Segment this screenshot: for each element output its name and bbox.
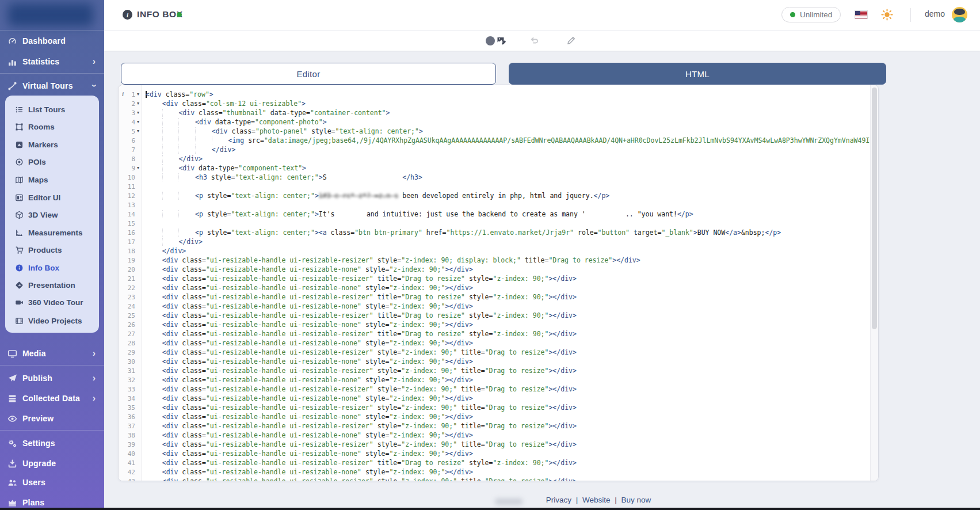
code-line[interactable]: <div class="ui-resizable-handle ui-resiz… bbox=[146, 338, 870, 348]
code-line[interactable]: </div> bbox=[146, 145, 870, 154]
code-line[interactable]: <div class="ui-resizable-handle ui-resiz… bbox=[146, 366, 870, 375]
sidebar-subitem-maps[interactable]: Maps bbox=[5, 172, 99, 187]
code-line[interactable]: <div class="ui-resizable-handle ui-resiz… bbox=[146, 329, 870, 338]
code-line[interactable]: <div class="ui-resizable-handle ui-resiz… bbox=[146, 385, 870, 394]
line-number: 19 bbox=[128, 257, 135, 264]
measurements-icon bbox=[15, 229, 24, 237]
code-line[interactable]: <div class="ui-resizable-handle ui-resiz… bbox=[146, 311, 870, 320]
code-line[interactable]: <div class="ui-resizable-handle ui-resiz… bbox=[146, 292, 870, 302]
code-line[interactable]: <div data-type="component-text"> bbox=[146, 163, 870, 173]
fold-spacer bbox=[135, 302, 141, 311]
code-line[interactable]: <div class="col-sm-12 ui-resizable"> bbox=[146, 99, 870, 108]
footer-link-privacy[interactable]: Privacy bbox=[546, 496, 571, 504]
language-flag-button[interactable] bbox=[855, 11, 867, 18]
code-line[interactable]: <img src="data:image/jpeg;base64,/9j/4QA… bbox=[146, 136, 870, 145]
sidebar-item-statistics[interactable]: Statistics› bbox=[0, 54, 104, 70]
code-line[interactable]: <div class="ui-resizable-handle ui-resiz… bbox=[146, 348, 870, 357]
sidebar-item-users[interactable]: Users bbox=[0, 474, 104, 490]
code-line[interactable]: <div class="ui-resizable-handle ui-resiz… bbox=[146, 458, 870, 467]
code-line[interactable] bbox=[146, 200, 870, 210]
sidebar-subitem-label: Info Box bbox=[28, 264, 59, 272]
code-line[interactable]: <div class="ui-resizable-handle ui-resiz… bbox=[146, 421, 870, 431]
code-line[interactable] bbox=[146, 182, 870, 191]
code-line[interactable]: <h3 style="text-align: center;">S </h3> bbox=[146, 173, 870, 182]
fold-arrow-icon[interactable]: ▾ bbox=[135, 90, 141, 99]
sidebar-subitem-presentation[interactable]: Presentation bbox=[5, 277, 99, 292]
sidebar-item-preview[interactable]: Preview bbox=[0, 410, 104, 427]
sidebar-subitem-list-tours[interactable]: List Tours bbox=[5, 102, 99, 117]
sidebar-subitem-360-video-tour[interactable]: 360 Video Tour bbox=[5, 295, 99, 310]
code-line[interactable]: <div data-type="component-photo"> bbox=[146, 117, 870, 127]
code-line[interactable]: <div class="ui-resizable-handle ui-resiz… bbox=[146, 449, 870, 458]
code-content[interactable]: <div class="row"> <div class="col-sm-12 … bbox=[142, 85, 870, 481]
fold-arrow-icon[interactable]: ▾ bbox=[135, 99, 141, 108]
sidebar-item-settings[interactable]: Settings bbox=[0, 435, 104, 451]
edit-pencil-button[interactable] bbox=[566, 35, 577, 46]
code-line[interactable]: <p style="text-align: center;">1#3 e rc*… bbox=[146, 191, 870, 200]
sidebar-item-collected-data[interactable]: Collected Data› bbox=[0, 390, 104, 406]
code-line[interactable]: <div class="ui-resizable-handle ui-resiz… bbox=[146, 357, 870, 366]
sidebar-subitem-markers[interactable]: Markers bbox=[5, 137, 99, 152]
fold-arrow-icon[interactable]: ▾ bbox=[135, 163, 141, 173]
code-line[interactable]: <div class="ui-resizable-handle ui-resiz… bbox=[146, 375, 870, 385]
color-circle-button[interactable] bbox=[485, 35, 495, 46]
sidebar-subitem-measurements[interactable]: Measurements bbox=[5, 225, 99, 240]
code-line[interactable]: <div class="ui-resizable-handle ui-resiz… bbox=[146, 394, 870, 403]
fold-arrow-icon[interactable]: ▾ bbox=[135, 117, 141, 127]
code-line[interactable]: <div class="ui-resizable-handle ui-resiz… bbox=[146, 274, 870, 283]
code-line[interactable]: <div class="ui-resizable-handle ui-resiz… bbox=[146, 265, 870, 274]
scrollbar-thumb[interactable] bbox=[872, 87, 877, 329]
user-menu[interactable]: demo bbox=[925, 9, 945, 18]
line-number: 41 bbox=[128, 459, 135, 467]
image-edit-button[interactable] bbox=[496, 35, 507, 46]
code-line[interactable]: <div class="ui-resizable-handle ui-resiz… bbox=[146, 320, 870, 329]
tab-html[interactable]: HTML bbox=[509, 63, 886, 85]
fold-arrow-icon[interactable]: ▾ bbox=[135, 127, 141, 136]
theme-sun-button[interactable] bbox=[880, 8, 894, 21]
code-line[interactable]: <p style="text-align: center;"><a class=… bbox=[146, 228, 870, 237]
sidebar-item-dashboard[interactable]: Dashboard bbox=[0, 33, 104, 49]
sidebar-item-upgrade[interactable]: Upgrade bbox=[0, 455, 104, 471]
gutter-row: 37 bbox=[119, 421, 141, 431]
sidebar-item-label: Collected Data bbox=[22, 394, 80, 403]
code-line[interactable]: <div class="ui-resizable-handle ui-resiz… bbox=[146, 283, 870, 292]
code-line[interactable]: <p style="text-align: center;">It's and … bbox=[146, 210, 870, 219]
code-editor[interactable]: i1▾2▾3▾4▾5▾6789▾101112131415161718192021… bbox=[118, 85, 879, 481]
sidebar-subitem-products[interactable]: Products bbox=[5, 242, 99, 257]
code-line[interactable]: <div class="ui-resizable-handle ui-resiz… bbox=[146, 477, 870, 481]
plan-badge[interactable]: Unlimited bbox=[781, 7, 841, 22]
sidebar-subitem-rooms[interactable]: Rooms bbox=[5, 119, 99, 134]
code-line[interactable]: </div> bbox=[146, 154, 870, 163]
editor-scrollbar[interactable] bbox=[870, 85, 878, 481]
code-line[interactable]: <div class="photo-panel" style="text-ali… bbox=[146, 127, 870, 136]
gutter-row: 36 bbox=[119, 412, 141, 421]
sidebar-subitem-editor-ui[interactable]: Editor UI bbox=[5, 190, 99, 205]
code-line[interactable]: <div class="ui-resizable-handle ui-resiz… bbox=[146, 467, 870, 477]
sidebar-subitem-3d-view[interactable]: 3D View bbox=[5, 207, 99, 222]
fold-arrow-icon[interactable]: ▾ bbox=[135, 108, 141, 117]
sidebar-item-media[interactable]: Media› bbox=[0, 345, 104, 361]
code-line[interactable]: <div class="ui-resizable-handle ui-resiz… bbox=[146, 302, 870, 311]
code-line[interactable]: </div> bbox=[146, 246, 870, 256]
footer-link-buy-now[interactable]: Buy now bbox=[621, 496, 651, 504]
code-line[interactable]: <div class="row"> bbox=[146, 90, 870, 99]
sidebar-subitem-pois[interactable]: POIs bbox=[5, 154, 99, 169]
code-line[interactable]: <div class="ui-resizable-handle ui-resiz… bbox=[146, 403, 870, 412]
footer-link-website[interactable]: Website bbox=[582, 496, 611, 504]
line-number: 26 bbox=[128, 321, 135, 329]
code-line[interactable]: </div> bbox=[146, 237, 870, 246]
sidebar-item-publish[interactable]: Publish› bbox=[0, 370, 104, 386]
code-line[interactable] bbox=[146, 219, 870, 228]
undo-button[interactable] bbox=[529, 35, 540, 46]
tab-editor[interactable]: Editor bbox=[121, 63, 496, 85]
sidebar-subitem-info-box[interactable]: Info Box bbox=[5, 260, 99, 275]
list-tours-icon bbox=[15, 105, 24, 114]
sidebar-subitem-video-projects[interactable]: Video Projects bbox=[5, 313, 99, 328]
sidebar-item-virtual-tours[interactable]: Virtual Tours› bbox=[0, 78, 104, 94]
code-line[interactable]: <div class="ui-resizable-handle ui-resiz… bbox=[146, 412, 870, 421]
user-avatar[interactable] bbox=[952, 7, 967, 22]
code-line[interactable]: <div class="ui-resizable-handle ui-resiz… bbox=[146, 440, 870, 449]
code-line[interactable]: <div class="thumbnail" data-type="contai… bbox=[146, 108, 870, 117]
code-line[interactable]: <div class="ui-resizable-handle ui-resiz… bbox=[146, 256, 870, 265]
code-line[interactable]: <div class="ui-resizable-handle ui-resiz… bbox=[146, 431, 870, 440]
